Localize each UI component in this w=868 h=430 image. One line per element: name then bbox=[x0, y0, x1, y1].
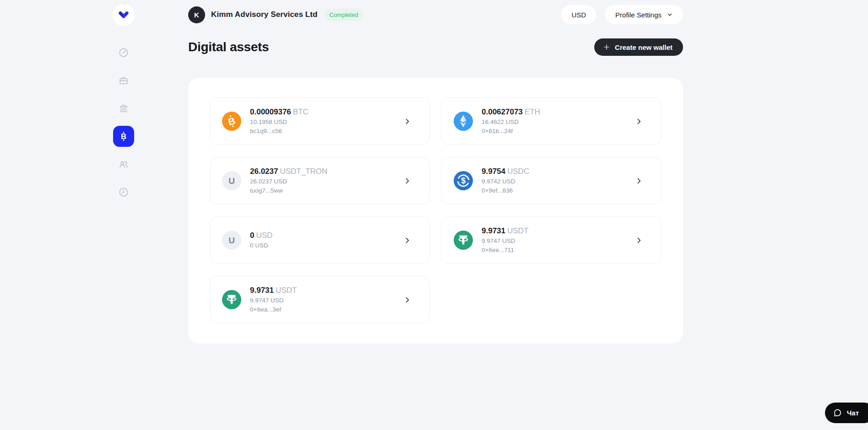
wallet-card[interactable]: 9.9731USDT 9.9747 USD 0×6ea...3ef bbox=[210, 276, 430, 323]
chevron-right-icon bbox=[403, 118, 411, 125]
sidebar-item-dashboard[interactable] bbox=[113, 42, 134, 63]
wallet-address: 0×9ef...836 bbox=[482, 187, 529, 194]
wallet-card[interactable]: U 26.0237USDT_TRON 26.0237 USD tuog7...5… bbox=[210, 157, 430, 204]
wallet-info: 0.00009376BTC 10.1958 USD bc1q9...c56 bbox=[250, 108, 309, 135]
usdt-icon bbox=[454, 231, 473, 250]
wallet-amount: 9.9731 bbox=[250, 286, 274, 295]
chevron-right-icon bbox=[635, 177, 643, 185]
sidebar-item-history[interactable] bbox=[113, 182, 134, 203]
wallet-address: bc1q9...c56 bbox=[250, 128, 309, 135]
wallet-amount-line: 0.00009376BTC bbox=[250, 108, 309, 117]
wallet-amount-line: 0.00627073ETH bbox=[482, 108, 540, 117]
wallet-amount: 0 bbox=[250, 231, 254, 240]
usdt-icon bbox=[222, 290, 241, 309]
wallet-address: 0×6ee...711 bbox=[482, 247, 528, 254]
clock-icon bbox=[118, 187, 129, 198]
wallet-info: 0.00627073ETH 16.4622 USD 0×61b...24f bbox=[482, 108, 540, 135]
currency-button[interactable]: USD bbox=[561, 5, 596, 24]
wallet-currency: BTC bbox=[293, 108, 309, 116]
create-new-wallet-label: Create new wallet bbox=[615, 43, 673, 51]
app-logo[interactable] bbox=[113, 4, 135, 26]
chevron-right-icon bbox=[635, 118, 643, 125]
wallet-amount: 9.9731 bbox=[482, 226, 505, 235]
page-header: Digital assets Create new wallet bbox=[188, 38, 683, 56]
wallet-amount-line: 9.9731USDT bbox=[250, 286, 297, 295]
wallet-fiat-value: 9.9747 USD bbox=[482, 237, 528, 245]
wallet-fiat-value: 10.1958 USD bbox=[250, 118, 309, 126]
chevron-down-icon bbox=[667, 11, 673, 18]
avatar: K bbox=[188, 6, 205, 23]
wallet-currency: USDT_TRON bbox=[280, 167, 327, 176]
wallet-amount: 0.00009376 bbox=[250, 108, 291, 116]
wallet-card[interactable]: 9.9731USDT 9.9747 USD 0×6ee...711 bbox=[441, 216, 662, 264]
chevron-right-icon bbox=[635, 236, 643, 244]
chevron-right-icon bbox=[403, 236, 411, 244]
wallet-amount: 0.00627073 bbox=[482, 108, 523, 116]
wallet-currency: ETH bbox=[525, 108, 540, 116]
wallet-currency: USD bbox=[256, 231, 272, 240]
wallet-fiat-value: 26.0237 USD bbox=[250, 178, 327, 185]
wallet-info: 0USD 0 USD bbox=[250, 231, 272, 249]
wallet-card[interactable]: $ 9.9754USDC 9.9742 USD 0×9ef...836 bbox=[441, 157, 662, 204]
digital-assets-panel: B 0.00009376BTC 10.1958 USD bc1q9...c56 … bbox=[188, 78, 683, 344]
page-title: Digital assets bbox=[188, 40, 269, 54]
wallet-amount-line: 9.9731USDT bbox=[482, 226, 528, 236]
profile-settings-label: Profile Settings bbox=[615, 11, 662, 19]
wallet-amount-line: 26.0237USDT_TRON bbox=[250, 167, 327, 176]
wallet-grid: B 0.00009376BTC 10.1958 USD bc1q9...c56 … bbox=[210, 97, 662, 323]
top-bar: K Kimm Advisory Services Ltd Completed U… bbox=[188, 0, 683, 29]
wallet-currency: USDT bbox=[507, 226, 528, 235]
sidebar-item-business[interactable] bbox=[113, 70, 134, 91]
wallet-fiat-value: 9.9742 USD bbox=[482, 178, 529, 185]
logo-mark bbox=[116, 7, 131, 23]
eth-icon bbox=[454, 112, 473, 131]
chat-button[interactable]: Чат bbox=[825, 403, 868, 423]
wallet-address: tuog7...5ww bbox=[250, 187, 327, 194]
gauge-icon bbox=[118, 47, 129, 58]
chevron-right-icon bbox=[403, 177, 411, 185]
plus-icon bbox=[603, 43, 610, 51]
svg-text:$: $ bbox=[461, 176, 466, 185]
wallet-info: 9.9754USDC 9.9742 USD 0×9ef...836 bbox=[482, 167, 529, 194]
wallet-currency: USDC bbox=[507, 167, 529, 176]
wallet-info: 26.0237USDT_TRON 26.0237 USD tuog7...5ww bbox=[250, 167, 327, 194]
profile-settings-button[interactable]: Profile Settings bbox=[605, 5, 683, 24]
generic-currency-icon: U bbox=[222, 231, 241, 250]
wallet-card[interactable]: U 0USD 0 USD bbox=[210, 216, 430, 264]
create-new-wallet-button[interactable]: Create new wallet bbox=[594, 38, 683, 56]
status-badge: Completed bbox=[325, 9, 363, 21]
wallet-amount-line: 0USD bbox=[250, 231, 272, 240]
wallet-amount: 26.0237 bbox=[250, 167, 278, 176]
wallet-info: 9.9731USDT 9.9747 USD 0×6ee...711 bbox=[482, 226, 528, 254]
users-icon bbox=[118, 159, 129, 170]
wallet-card[interactable]: 0.00627073ETH 16.4622 USD 0×61b...24f bbox=[441, 97, 662, 145]
wallet-card[interactable]: B 0.00009376BTC 10.1958 USD bc1q9...c56 bbox=[210, 97, 430, 145]
wallet-fiat-value: 16.4622 USD bbox=[482, 118, 540, 126]
sidebar-item-digital-assets[interactable]: B bbox=[113, 126, 134, 147]
sidebar-item-team[interactable] bbox=[113, 154, 134, 175]
wallet-amount: 9.9754 bbox=[482, 167, 505, 176]
sidebar-nav: B bbox=[113, 42, 134, 203]
chat-bubble-icon bbox=[833, 408, 842, 418]
svg-text:U: U bbox=[228, 236, 235, 245]
generic-currency-icon: U bbox=[222, 171, 241, 190]
company-name: Kimm Advisory Services Ltd bbox=[211, 10, 318, 19]
wallet-fiat-value: 0 USD bbox=[250, 242, 272, 249]
briefcase-icon bbox=[118, 75, 129, 86]
svg-text:U: U bbox=[228, 176, 235, 186]
wallet-fiat-value: 9.9747 USD bbox=[250, 297, 297, 304]
wallet-currency: USDT bbox=[276, 286, 297, 295]
svg-text:B: B bbox=[121, 132, 126, 140]
bank-icon bbox=[118, 103, 129, 114]
btc-icon: B bbox=[222, 112, 241, 131]
wallet-info: 9.9731USDT 9.9747 USD 0×6ea...3ef bbox=[250, 286, 297, 313]
wallet-address: 0×61b...24f bbox=[482, 128, 540, 135]
chat-label: Чат bbox=[847, 409, 859, 417]
sidebar-item-banking[interactable] bbox=[113, 98, 134, 119]
chevron-right-icon bbox=[403, 296, 411, 304]
usdc-icon: $ bbox=[454, 171, 473, 190]
wallet-amount-line: 9.9754USDC bbox=[482, 167, 529, 176]
bitcoin-icon: B bbox=[118, 131, 129, 142]
wallet-address: 0×6ea...3ef bbox=[250, 306, 297, 313]
